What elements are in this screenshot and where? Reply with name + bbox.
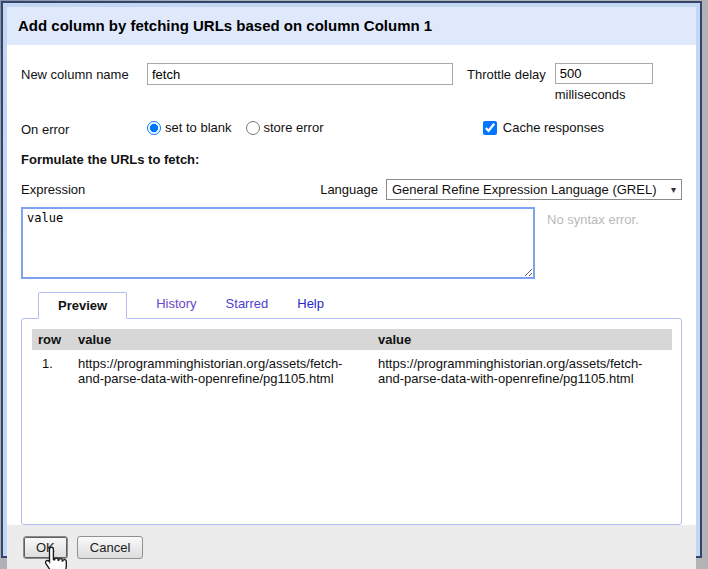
on-error-label: On error bbox=[21, 118, 147, 137]
new-column-name-input[interactable] bbox=[147, 63, 453, 85]
new-column-row: New column name Throttle delay milliseco… bbox=[21, 63, 682, 102]
value-cell-2: https://programminghistorian.org/assets/… bbox=[372, 350, 672, 390]
row-number-cell: 1. bbox=[32, 350, 72, 390]
new-column-name-label: New column name bbox=[21, 63, 147, 82]
preview-tabs: Preview History Starred Help bbox=[21, 291, 682, 318]
syntax-status: No syntax error. bbox=[547, 207, 639, 227]
tab-history[interactable]: History bbox=[156, 296, 196, 318]
table-row: 1. https://programminghistorian.org/asse… bbox=[32, 350, 672, 390]
header-value-1: value bbox=[72, 329, 372, 350]
language-label: Language bbox=[320, 182, 378, 197]
throttle-delay-label: Throttle delay bbox=[467, 63, 546, 102]
preview-panel: row value value 1. https://programminghi… bbox=[21, 318, 682, 525]
on-error-row: On error set to blank store error Cache … bbox=[21, 118, 682, 137]
language-selected-value: General Refine Expression Language (GREL… bbox=[392, 182, 656, 197]
dialog-footer: OK Cancel bbox=[7, 525, 696, 569]
tab-preview[interactable]: Preview bbox=[38, 292, 127, 319]
cancel-button[interactable]: Cancel bbox=[77, 536, 143, 559]
cache-responses-group: Cache responses bbox=[483, 120, 604, 135]
store-error-label[interactable]: store error bbox=[264, 120, 324, 135]
tab-help[interactable]: Help bbox=[297, 296, 324, 318]
throttle-unit-label: milliseconds bbox=[555, 87, 653, 102]
value-cell-1: https://programminghistorian.org/assets/… bbox=[72, 350, 372, 390]
expression-editor-row: value No syntax error. bbox=[21, 207, 682, 279]
on-error-radio-group: set to blank store error bbox=[147, 120, 333, 135]
set-to-blank-label[interactable]: set to blank bbox=[165, 120, 232, 135]
set-to-blank-radio[interactable] bbox=[147, 121, 161, 135]
language-select[interactable]: General Refine Expression Language (GREL… bbox=[386, 179, 682, 200]
throttle-delay-input[interactable] bbox=[555, 63, 653, 84]
header-row: row bbox=[32, 329, 72, 350]
hand-cursor-icon bbox=[42, 545, 69, 569]
cache-responses-checkbox[interactable] bbox=[483, 121, 497, 135]
dropdown-arrow-icon: ▾ bbox=[671, 184, 676, 195]
expression-language-row: Expression Language General Refine Expre… bbox=[21, 179, 682, 200]
tab-starred[interactable]: Starred bbox=[226, 296, 269, 318]
expression-textarea[interactable]: value bbox=[21, 207, 535, 279]
header-value-2: value bbox=[372, 329, 672, 350]
dialog-title: Add column by fetching URLs based on col… bbox=[7, 7, 696, 45]
dialog-content: New column name Throttle delay milliseco… bbox=[7, 45, 696, 525]
expression-label: Expression bbox=[21, 182, 85, 197]
cache-responses-label[interactable]: Cache responses bbox=[503, 120, 604, 135]
preview-table: row value value 1. https://programminghi… bbox=[32, 329, 672, 390]
throttle-group: Throttle delay milliseconds bbox=[467, 63, 653, 102]
table-header-row: row value value bbox=[32, 329, 672, 350]
add-column-fetch-dialog: Add column by fetching URLs based on col… bbox=[3, 3, 700, 556]
store-error-radio[interactable] bbox=[246, 121, 260, 135]
formulate-heading: Formulate the URLs to fetch: bbox=[21, 152, 682, 167]
